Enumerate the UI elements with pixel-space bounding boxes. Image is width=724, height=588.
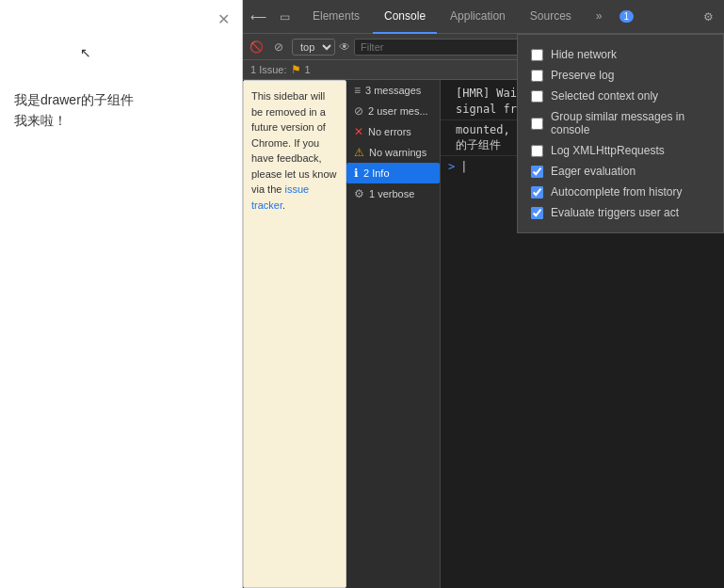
filter-all-label: 3 messages [365,85,421,96]
debug-badge: 1 [619,10,635,23]
eye-icon[interactable]: 👁 [339,40,350,54]
filter-icon[interactable]: ⊘ [269,38,288,56]
setting-group-similar[interactable]: Group similar messages in console [531,106,710,140]
settings-overlay: Hide network Preserve log Selected conte… [517,34,724,233]
setting-autocomplete[interactable]: Autocomplete from history [531,182,710,202]
close-button[interactable]: ✕ [214,9,233,28]
tab-console[interactable]: Console [373,0,437,34]
clear-console-icon[interactable]: 🚫 [247,38,265,56]
log-xmlhttp-checkbox[interactable] [531,145,543,157]
left-panel: ✕ ↖ 我是drawer的子组件 我来啦！ [0,0,243,588]
tab-more[interactable]: » [585,0,614,34]
issue-bar-text: 1 Issue: [250,64,287,75]
tab-elements[interactable]: Elements [301,0,371,34]
filter-all-messages[interactable]: ≡ 3 messages [346,80,440,101]
filter-info[interactable]: ℹ 2 Info [346,163,440,183]
setting-hide-network[interactable]: Hide network [531,44,710,65]
filter-verbose[interactable]: ⚙ 1 verbose [346,183,440,204]
group-similar-checkbox[interactable] [531,118,543,130]
drawer-line2: 我来啦！ [14,110,134,131]
hide-network-checkbox[interactable] [531,49,543,61]
eager-evaluation-checkbox[interactable] [531,166,543,178]
drawer-line1: 我是drawer的子组件 [14,89,134,110]
message-filters-panel: ≡ 3 messages ⊘ 2 user mes... ✕ No errors… [346,80,441,588]
filter-info-label: 2 Info [363,167,390,179]
tab-application[interactable]: Application [439,0,517,34]
console-caret: | [460,160,467,173]
filter-verbose-label: 1 verbose [369,188,414,199]
settings-gear-icon[interactable]: ⚙ [696,5,720,29]
sidebar-deprecation-popup: This sidebar will be removed in a future… [243,80,346,588]
tab-sources[interactable]: Sources [519,0,583,34]
issue-warning-icon: ⚑ [291,63,301,76]
sidebar-popup-text: This sidebar will be removed in a future… [251,90,337,195]
drawer-content: 我是drawer的子组件 我来啦！ [14,89,134,132]
setting-log-xmlhttp[interactable]: Log XMLHttpRequests [531,140,710,161]
preserve-log-checkbox[interactable] [531,70,543,82]
warnings-icon: ⚠ [354,146,364,159]
evaluate-triggers-checkbox[interactable] [531,207,543,219]
devtools-tabbar: ⟵ ▭ Elements Console Application Sources… [243,0,724,34]
evaluate-triggers-label: Evaluate triggers user act [551,206,679,219]
group-similar-label: Group similar messages in console [551,110,710,136]
info-icon: ℹ [354,167,359,180]
autocomplete-label: Autocomplete from history [551,185,682,199]
selected-context-label: Selected context only [551,89,658,103]
hide-network-label: Hide network [551,48,617,61]
filter-errors-label: No errors [368,126,411,137]
filter-warnings-label: No warnings [369,147,426,158]
messages-icon: ≡ [354,84,361,97]
devtools-panel: ⟵ ▭ Elements Console Application Sources… [243,0,724,588]
setting-eager-evaluation[interactable]: Eager evaluation [531,161,710,182]
errors-icon: ✕ [354,125,363,138]
setting-preserve-log[interactable]: Preserve log [531,65,710,86]
selected-context-checkbox[interactable] [531,90,543,103]
verbose-icon: ⚙ [354,187,364,200]
filter-user-label: 2 user mes... [368,105,428,117]
cursor-icon: ↖ [80,45,91,60]
eager-evaluation-label: Eager evaluation [551,165,636,178]
filter-warnings[interactable]: ⚠ No warnings [346,142,440,163]
filter-user-messages[interactable]: ⊘ 2 user mes... [346,101,440,121]
issue-count: 1 [305,64,311,75]
user-messages-icon: ⊘ [354,104,363,118]
autocomplete-checkbox[interactable] [531,186,543,199]
setting-selected-context[interactable]: Selected context only [531,86,710,106]
setting-evaluate-triggers[interactable]: Evaluate triggers user act [531,202,710,223]
context-selector[interactable]: top [292,39,335,56]
devtools-top-icons: ⟵ ▭ [247,6,296,28]
console-prompt-symbol: > [448,160,455,173]
filter-errors[interactable]: ✕ No errors [346,121,440,142]
preserve-log-label: Preserve log [551,69,614,82]
device-toolbar-icon[interactable]: ▭ [273,6,296,28]
log-xmlhttp-label: Log XMLHttpRequests [551,144,665,157]
cursor-tool-icon[interactable]: ⟵ [247,6,269,28]
